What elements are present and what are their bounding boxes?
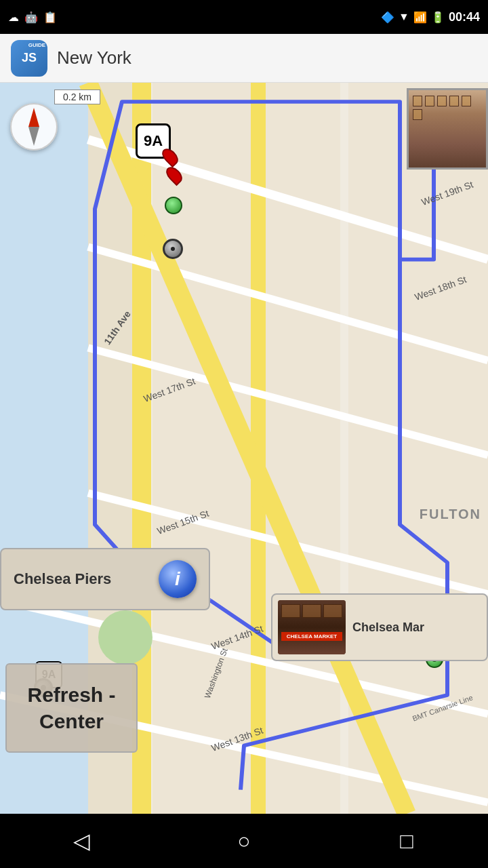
map-thumbnail-top-right[interactable] [407,88,488,170]
signal-icon: 📶 [413,11,427,24]
wifi-icon: ▼ [399,11,409,23]
marker-red-start [164,147,176,166]
bluetooth-icon: 🔷 [381,11,394,24]
info-button-label: i [175,568,180,590]
app-logo-guide: GUIDE [28,42,45,48]
app-logo-text: JS [22,51,37,65]
marker-compass-center [163,239,183,259]
chelsea-piers-name: Chelsea Piers [14,570,111,588]
home-button[interactable]: ○ [224,821,264,861]
status-icons-left: ☁ 🤖 📋 [8,11,57,24]
app-title: New York [57,47,131,68]
status-time: 00:44 [449,10,480,24]
marker-person [165,197,182,214]
battery-icon: 🔋 [431,11,445,24]
chelsea-piers-info-button[interactable]: i [159,560,197,598]
tooltip-chelsea-market[interactable]: CHELSEA MARKET Chelsea Mar [271,593,488,661]
compass [10,103,58,151]
status-bar: ☁ 🤖 📋 🔷 ▼ 📶 🔋 00:44 [0,0,488,34]
app-header: JS GUIDE New York [0,34,488,83]
status-icons-right: 🔷 ▼ 📶 🔋 00:44 [381,10,480,24]
map-area[interactable]: 0.2 km West 19th St West 18th St West 17… [0,83,488,814]
back-button[interactable]: ◁ [61,821,102,861]
cloud-icon: ☁ [8,11,19,24]
back-icon: ◁ [73,828,90,854]
marker-red-second [168,165,180,184]
chelsea-market-image: CHELSEA MARKET [278,600,346,654]
thumbnail-building-image [409,90,486,167]
refresh-center-text: Refresh - Center [27,682,115,734]
recent-icon: □ [400,829,413,854]
chelsea-market-name: Chelsea Mar [352,620,424,635]
refresh-center-button[interactable]: Refresh - Center [5,663,138,753]
tooltip-sign: CHELSEA MARKET [281,632,342,641]
home-icon: ○ [237,829,250,854]
tooltip-chelsea-piers[interactable]: Chelsea Piers i [0,548,210,610]
bottom-nav: ◁ ○ □ [0,814,488,868]
clipboard-icon: 📋 [43,11,57,24]
recent-button[interactable]: □ [386,821,427,861]
app-logo: JS GUIDE [11,40,47,77]
android-icon: 🤖 [24,11,38,24]
